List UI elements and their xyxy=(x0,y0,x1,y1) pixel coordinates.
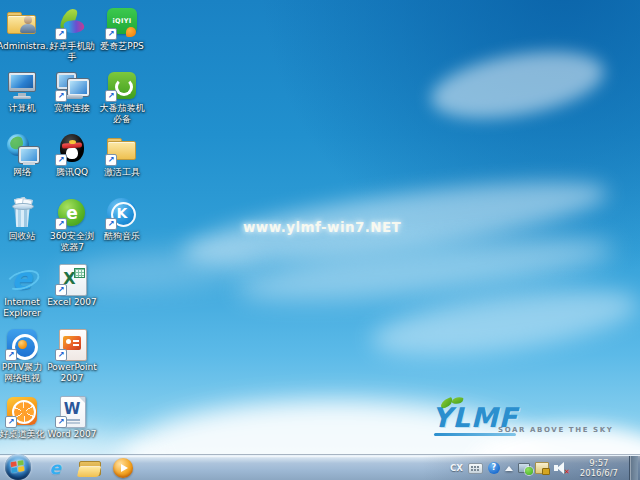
watermark: www.ylmf-win7.NET xyxy=(243,219,401,235)
desktop-icon-pptv-network-tv[interactable]: ↗PPTV聚力 网络电视 xyxy=(0,327,47,384)
desktop-icon-label: 激活工具 xyxy=(97,167,147,178)
orange-icon: ↗ xyxy=(5,394,39,428)
desktop: www.ylmf-win7.NET Administra...↗好卓手机助手iQ… xyxy=(0,0,640,480)
shortcut-arrow-icon: ↗ xyxy=(55,416,67,428)
volume-muted-icon[interactable]: ✕ xyxy=(554,462,570,474)
desktop-icon-haozhuodao-beautify[interactable]: ↗好桌道美化 xyxy=(0,394,47,440)
desktop-icon-powerpoint-2007[interactable]: ↗PowerPoint 2007 xyxy=(47,327,97,384)
desktop-icon-label: Excel 2007 xyxy=(47,297,97,308)
desktop-icon-label: 计算机 xyxy=(0,103,47,114)
show-hidden-icons-button[interactable] xyxy=(505,466,513,471)
browser360-icon: e↗ xyxy=(55,196,89,230)
desktop-icon-network[interactable]: 网络 xyxy=(0,132,47,178)
desktop-icon-label: PPTV聚力 网络电视 xyxy=(0,362,47,384)
internet-explorer-icon: e xyxy=(49,458,61,478)
desktop-icon-label: Internet Explorer xyxy=(0,297,47,319)
ylmf-logo: YLMF SOAR ABOVE THE SKY xyxy=(432,404,622,449)
clock-time: 9:57 xyxy=(580,458,618,468)
desktop-icon-label: 大番茄装机必备 xyxy=(97,103,147,125)
desktop-icon-label: 腾讯QQ xyxy=(47,167,97,178)
desktop-icon-label: 回收站 xyxy=(0,231,47,242)
desktop-icon-label: 酷狗音乐 xyxy=(97,231,147,242)
clock-date: 2016/6/7 xyxy=(580,468,618,478)
network-computers-icon: ↗ xyxy=(55,68,89,102)
shortcut-arrow-icon: ↗ xyxy=(55,90,67,102)
desktop-icon-label: Word 2007 xyxy=(47,429,97,440)
keyboard-icon[interactable] xyxy=(468,463,483,474)
desktop-icon-computer[interactable]: 计算机 xyxy=(0,68,47,114)
help-icon[interactable]: ? xyxy=(488,462,500,474)
cloud xyxy=(426,40,609,129)
desktop-icon-tencent-qq[interactable]: ↗腾讯QQ xyxy=(47,132,97,178)
desktop-icon-label: 360安全浏览器7 xyxy=(47,231,97,253)
ppt-icon: ↗ xyxy=(55,327,89,361)
computer-icon xyxy=(5,68,39,102)
start-button[interactable] xyxy=(5,454,31,480)
shortcut-arrow-icon: ↗ xyxy=(55,28,67,40)
taskbar: e CX ? ✕ 9:57 2016/6/7 xyxy=(0,455,640,480)
network-status-icon[interactable] xyxy=(518,463,530,473)
swoosh-icon: ↗ xyxy=(55,6,89,40)
desktop-icon-label: 好卓手机助手 xyxy=(47,41,97,63)
security-icon[interactable] xyxy=(535,462,549,474)
globe-computer-icon xyxy=(5,132,39,166)
excel-icon: X↗ xyxy=(55,262,89,296)
shortcut-arrow-icon: ↗ xyxy=(5,349,17,361)
desktop-icon-internet-explorer[interactable]: eInternet Explorer xyxy=(0,262,47,319)
desktop-icon-label: Administra... xyxy=(0,41,47,52)
shortcut-arrow-icon: ↗ xyxy=(5,416,17,428)
desktop-icon-iqiyi-pps[interactable]: iQIYI↗爱奇艺PPS xyxy=(97,6,147,52)
desktop-icon-administrator-folder[interactable]: Administra... xyxy=(0,6,47,52)
folder-icon xyxy=(78,459,100,477)
shortcut-arrow-icon: ↗ xyxy=(55,349,67,361)
clock[interactable]: 9:57 2016/6/7 xyxy=(575,458,623,478)
desktop-icon-label: 网络 xyxy=(0,167,47,178)
bag-icon: ↗ xyxy=(105,68,139,102)
desktop-icon-broadband-connection[interactable]: ↗宽带连接 xyxy=(47,68,97,114)
taskbar-windows-explorer-button[interactable] xyxy=(72,456,106,480)
logo-slogan: SOAR ABOVE THE SKY xyxy=(498,426,613,434)
taskbar-media-player-button[interactable] xyxy=(106,456,140,480)
kugou-icon: K↗ xyxy=(105,196,139,230)
desktop-icon-word-2007[interactable]: W↗Word 2007 xyxy=(47,394,97,440)
windows-logo-icon xyxy=(10,460,25,474)
desktop-icon-activation-tools[interactable]: ↗激活工具 xyxy=(97,132,147,178)
desktop-icon-label: 好桌道美化 xyxy=(0,429,47,440)
folder-user-icon xyxy=(5,6,39,40)
qq-icon: ↗ xyxy=(55,132,89,166)
pptv-icon: ↗ xyxy=(5,327,39,361)
iqiyi-icon: iQIYI↗ xyxy=(105,6,139,40)
desktop-icon-haozhuo-phone-assistant[interactable]: ↗好卓手机助手 xyxy=(47,6,97,63)
mute-x-icon: ✕ xyxy=(564,469,570,476)
taskbar-internet-explorer-button[interactable]: e xyxy=(38,456,72,480)
ie-icon: e xyxy=(5,262,39,296)
desktop-icon-label: 爱奇艺PPS xyxy=(97,41,147,52)
shortcut-arrow-icon: ↗ xyxy=(105,90,117,102)
desktop-icon-kugou-music[interactable]: K↗酷狗音乐 xyxy=(97,196,147,242)
shortcut-arrow-icon: ↗ xyxy=(105,218,117,230)
media-player-icon xyxy=(113,458,133,478)
shortcut-arrow-icon: ↗ xyxy=(105,154,117,166)
desktop-icon-big-tomato-essentials[interactable]: ↗大番茄装机必备 xyxy=(97,68,147,125)
desktop-icon-360-safe-browser-7[interactable]: e↗360安全浏览器7 xyxy=(47,196,97,253)
shortcut-arrow-icon: ↗ xyxy=(105,28,117,40)
desktop-icon-label: PowerPoint 2007 xyxy=(47,362,97,384)
language-indicator[interactable]: CX xyxy=(450,463,463,473)
system-tray: CX ? ✕ 9:57 2016/6/7 xyxy=(450,456,640,480)
desktop-icon-excel-2007[interactable]: X↗Excel 2007 xyxy=(47,262,97,308)
shortcut-arrow-icon: ↗ xyxy=(55,218,67,230)
shortcut-arrow-icon: ↗ xyxy=(55,284,67,296)
recycle-icon xyxy=(5,196,39,230)
shortcut-arrow-icon: ↗ xyxy=(55,154,67,166)
folder-icon: ↗ xyxy=(105,132,139,166)
desktop-icon-recycle-bin[interactable]: 回收站 xyxy=(0,196,47,242)
desktop-icon-label: 宽带连接 xyxy=(47,103,97,114)
word-icon: W↗ xyxy=(55,394,89,428)
show-desktop-button[interactable] xyxy=(629,456,638,480)
